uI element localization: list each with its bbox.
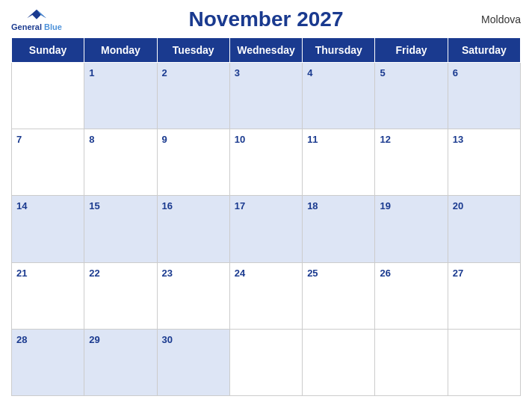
header-sunday: Sunday: [12, 38, 84, 63]
day-number: 6: [453, 67, 458, 78]
calendar-day-cell: 12: [375, 129, 448, 196]
calendar-header: General Blue November 2027 Moldova: [11, 7, 521, 31]
calendar-day-cell: 16: [157, 196, 229, 262]
calendar-day-cell: 30: [157, 329, 229, 395]
calendar-day-cell: 9: [157, 129, 229, 196]
day-number: 26: [380, 268, 390, 279]
calendar-day-cell: 15: [84, 196, 157, 262]
day-number: 8: [89, 134, 94, 145]
calendar-day-cell: 29: [84, 329, 157, 395]
day-number: 22: [89, 268, 99, 279]
day-number: 4: [307, 67, 312, 78]
calendar-week-row: 14151617181920: [12, 196, 521, 262]
logo: General Blue: [11, 7, 62, 31]
svg-marker-0: [27, 10, 46, 19]
weekday-header-row: Sunday Monday Tuesday Wednesday Thursday…: [12, 38, 521, 63]
day-number: 27: [453, 268, 463, 279]
day-number: 14: [16, 200, 27, 211]
day-number: 17: [235, 200, 245, 211]
calendar-day-cell: 25: [303, 262, 375, 329]
calendar-day-cell: [375, 329, 448, 395]
calendar-day-cell: 1: [84, 63, 157, 129]
calendar-day-cell: [229, 329, 302, 395]
calendar-country: Moldova: [481, 13, 521, 25]
calendar-week-row: 78910111213: [12, 129, 521, 196]
day-number: 11: [307, 134, 318, 145]
day-number: 29: [89, 334, 99, 345]
calendar-day-cell: 5: [375, 63, 448, 129]
day-number: 9: [162, 134, 167, 145]
calendar-day-cell: 6: [448, 63, 520, 129]
header-wednesday: Wednesday: [229, 38, 302, 63]
calendar-day-cell: 17: [229, 196, 302, 262]
calendar-day-cell: 19: [375, 196, 448, 262]
calendar-day-cell: 28: [12, 329, 84, 395]
calendar-day-cell: 13: [448, 129, 520, 196]
calendar-table: Sunday Monday Tuesday Wednesday Thursday…: [11, 37, 521, 396]
calendar-day-cell: 11: [303, 129, 375, 196]
day-number: 10: [235, 134, 245, 145]
calendar-day-cell: [303, 329, 375, 395]
day-number: 28: [16, 334, 27, 345]
day-number: 15: [89, 200, 99, 211]
day-number: 5: [380, 67, 385, 78]
calendar-day-cell: 20: [448, 196, 520, 262]
calendar-day-cell: [448, 329, 520, 395]
day-number: 30: [162, 334, 173, 345]
calendar-week-row: 21222324252627: [12, 262, 521, 329]
day-number: 3: [235, 67, 240, 78]
day-number: 2: [162, 67, 167, 78]
header-saturday: Saturday: [448, 38, 520, 63]
logo-blue-text: Blue: [44, 22, 62, 31]
header-monday: Monday: [84, 38, 157, 63]
day-number: 20: [453, 200, 463, 211]
header-friday: Friday: [375, 38, 448, 63]
calendar-day-cell: 2: [157, 63, 229, 129]
calendar-day-cell: 27: [448, 262, 520, 329]
calendar-week-row: 282930: [12, 329, 521, 395]
day-number: 21: [16, 268, 27, 279]
logo-bird-icon: [25, 7, 48, 22]
calendar-day-cell: [12, 63, 84, 129]
day-number: 1: [89, 67, 94, 78]
calendar-day-cell: 3: [229, 63, 302, 129]
calendar-day-cell: 14: [12, 196, 84, 262]
header-thursday: Thursday: [303, 38, 375, 63]
day-number: 24: [235, 268, 245, 279]
day-number: 12: [380, 134, 390, 145]
day-number: 13: [453, 134, 463, 145]
calendar-wrapper: General Blue November 2027 Moldova Sunda…: [0, 0, 532, 411]
calendar-title: November 2027: [188, 7, 343, 31]
calendar-day-cell: 7: [12, 129, 84, 196]
day-number: 19: [380, 200, 390, 211]
day-number: 7: [16, 134, 22, 145]
calendar-day-cell: 26: [375, 262, 448, 329]
day-number: 25: [307, 268, 318, 279]
calendar-day-cell: 23: [157, 262, 229, 329]
day-number: 23: [162, 268, 173, 279]
calendar-day-cell: 21: [12, 262, 84, 329]
calendar-day-cell: 22: [84, 262, 157, 329]
logo-general-text: General: [11, 22, 42, 31]
calendar-day-cell: 4: [303, 63, 375, 129]
day-number: 16: [162, 200, 173, 211]
calendar-day-cell: 18: [303, 196, 375, 262]
calendar-day-cell: 8: [84, 129, 157, 196]
day-number: 18: [307, 200, 318, 211]
calendar-day-cell: 24: [229, 262, 302, 329]
header-tuesday: Tuesday: [157, 38, 229, 63]
calendar-day-cell: 10: [229, 129, 302, 196]
calendar-week-row: 123456: [12, 63, 521, 129]
